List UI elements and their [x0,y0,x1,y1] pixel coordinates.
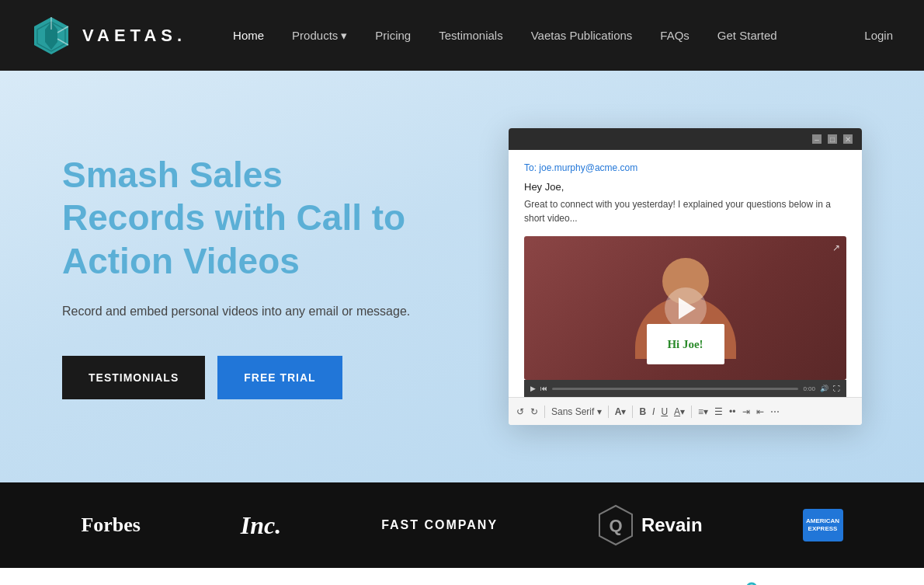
navigation: VAETAS. Home Products ▾ Pricing Testimon… [0,0,924,71]
hero-subtitle: Record and embed personal videos into an… [62,305,435,319]
feature-icon-2 [440,582,484,585]
unordered-list-icon[interactable]: •• [729,406,735,417]
icons-row [0,568,924,585]
hero-buttons: TESTIMONIALS FREE TRIAL [62,356,435,399]
testimonials-button[interactable]: TESTIMONIALS [62,356,205,399]
chevron-down-icon: ▾ [341,29,347,43]
analytics-icon [440,582,484,585]
ordered-list-icon[interactable]: ☰ [714,406,723,417]
video-controls-top: ↗ [832,242,840,253]
font-size-icon[interactable]: A▾ [615,406,627,417]
email-window: – □ ✕ To: joe.murphy@acme.com Hey Joe, G… [509,128,862,425]
window-minimize-icon[interactable]: – [812,134,822,144]
fastcompany-logo: FAST COMPANY [381,518,498,532]
revain-text: Revain [641,514,703,536]
outdent-icon[interactable]: ⇤ [756,406,764,417]
align-icon[interactable]: ≡▾ [698,406,708,417]
feature-icon-3 [717,582,761,585]
redo-icon[interactable]: ↻ [530,406,538,417]
email-toolbar: ↺ ↻ Sans Serif ▾ A▾ B I U A▾ ≡▾ ☰ •• ⇥ ⇤… [509,397,862,425]
font-color-icon[interactable]: A▾ [674,406,685,417]
italic-icon[interactable]: I [652,406,655,417]
play-icon [679,298,696,319]
site-logo[interactable]: VAETAS. [31,16,186,56]
logo-icon [31,16,71,56]
more-options-icon[interactable]: ⋯ [770,406,780,417]
window-close-icon[interactable]: ✕ [843,134,853,144]
play-button[interactable] [665,287,707,329]
fullscreen-icon[interactable]: ⛶ [833,385,840,392]
free-trial-button[interactable]: FREE TRIAL [217,356,342,399]
indent-icon[interactable]: ⇥ [742,406,750,417]
sign-text: Hi Joe! [667,338,703,351]
window-maximize-icon[interactable]: □ [828,134,837,144]
nav-testimonials[interactable]: Testimonials [439,29,503,42]
revain-icon: Q [598,504,634,546]
undo-icon[interactable]: ↺ [516,406,524,417]
forbes-logo: Forbes [81,514,141,537]
play-control-icon[interactable]: ▶ [530,385,536,392]
nav-links: Home Products ▾ Pricing Testimonials Vae… [233,29,893,43]
nav-pricing[interactable]: Pricing [375,29,411,42]
font-family-selector[interactable]: Sans Serif ▾ [551,406,602,417]
bold-icon[interactable]: B [639,406,646,417]
video-camera-icon [163,582,207,585]
step-back-icon[interactable]: ⏮ [540,385,547,392]
volume-icon[interactable]: 🔊 [820,385,828,392]
email-mockup: – □ ✕ To: joe.murphy@acme.com Hey Joe, G… [466,128,862,425]
inc-logo: Inc. [241,511,281,540]
email-greeting: Hey Joe, [524,181,846,193]
person-sign: Hi Joe! [647,324,724,364]
share-icon[interactable]: ↗ [832,242,840,253]
logo-text: VAETAS. [82,26,186,46]
nav-get-started[interactable]: Get Started [717,29,777,42]
hero-content: Smash Sales Records with Call to Action … [62,154,466,399]
email-to-field: To: joe.murphy@acme.com [524,162,846,173]
email-body: To: joe.murphy@acme.com Hey Joe, Great t… [509,150,862,397]
nav-faqs[interactable]: FAQs [660,29,690,42]
amex-logo: AMERICANEXPRESS [803,509,843,541]
share-icon [717,582,761,585]
nav-login[interactable]: Login [864,29,893,42]
video-time: 0:00 [803,385,815,392]
toolbar-separator [544,406,545,418]
video-thumbnail[interactable]: Hi Joe! ↗ [524,236,846,380]
nav-home[interactable]: Home [233,29,264,42]
toolbar-separator-4 [691,406,692,418]
svg-text:Q: Q [609,516,622,535]
hero-section: Smash Sales Records with Call to Action … [0,71,924,482]
nav-publications[interactable]: Vaetas Publications [531,29,633,42]
revain-logo-wrap: Q Revain [598,504,703,546]
email-body-text: Great to connect with you yesterday! I e… [524,197,846,225]
logos-bar: Forbes Inc. FAST COMPANY Q Revain AMERIC… [0,482,924,568]
feature-icon-1 [163,582,207,585]
toolbar-separator-2 [608,406,609,418]
nav-products[interactable]: Products ▾ [292,29,347,43]
toolbar-separator-3 [632,406,633,418]
email-titlebar: – □ ✕ [509,128,862,150]
progress-bar[interactable] [552,388,798,390]
video-controls-bar: ▶ ⏮ 0:00 🔊 ⛶ [524,380,846,397]
underline-icon[interactable]: U [661,406,668,417]
hero-title: Smash Sales Records with Call to Action … [62,154,435,283]
